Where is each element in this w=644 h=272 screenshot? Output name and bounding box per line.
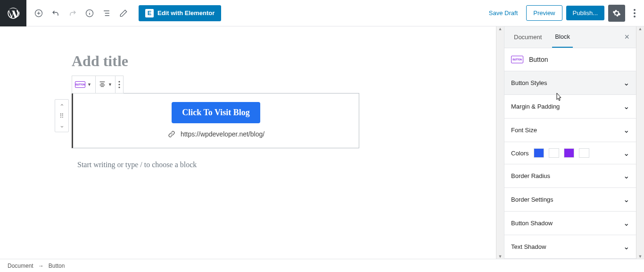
drag-handle[interactable]: ⠿ (59, 111, 64, 120)
publish-button[interactable]: Publish... (566, 6, 604, 20)
chevron-down-icon: ⌄ (623, 242, 629, 251)
outline-icon (102, 8, 111, 18)
align-button[interactable]: ▼ (96, 76, 116, 93)
elementor-icon: E (145, 9, 154, 17)
tab-document[interactable]: Document (511, 26, 545, 48)
redo-button[interactable] (64, 5, 81, 22)
panel-label: Border Settings (511, 196, 553, 203)
panel-text-shadow[interactable]: Text Shadow⌄ (504, 235, 636, 259)
button-block-icon: BUTTON (75, 81, 85, 88)
svg-point-7 (118, 86, 120, 88)
kebab-icon (634, 9, 636, 17)
block-options-button[interactable] (116, 76, 123, 93)
button-link-row: https://wpdeveloper.net/blog/ (78, 130, 354, 138)
panel-label: Border Radius (511, 172, 550, 179)
panel-label: Button Shadow (511, 220, 553, 227)
chevron-down-icon: ⌄ (623, 78, 629, 87)
tab-block[interactable]: Block (552, 26, 573, 48)
color-swatch-text[interactable] (534, 148, 544, 158)
panel-margin-padding[interactable]: Margin & Padding⌄ (504, 95, 636, 119)
button-block-icon: BUTTON (511, 56, 523, 63)
block-name-label: Button (529, 56, 548, 63)
breadcrumb-block[interactable]: Button (49, 263, 65, 269)
chevron-down-icon: ⌄ (623, 102, 629, 111)
edit-mode-button[interactable] (115, 5, 132, 22)
add-block-button[interactable] (30, 5, 47, 22)
chevron-down-icon: ⌄ (623, 149, 629, 158)
preview-button[interactable]: Preview (526, 5, 562, 21)
chevron-down-icon: ▼ (108, 82, 112, 87)
panel-font-size[interactable]: Font Size⌄ (504, 119, 636, 142)
panel-label: Text Shadow (511, 243, 546, 250)
svg-point-3 (634, 12, 636, 14)
more-menu-button[interactable] (629, 5, 640, 22)
svg-point-4 (634, 16, 636, 17)
toolbar-right: Save Draft Preview Publish... (484, 5, 640, 22)
redo-icon (68, 8, 77, 18)
chevron-down-icon: ⌄ (623, 219, 629, 228)
top-toolbar: E Edit with Elementor Save Draft Preview… (0, 0, 644, 26)
breadcrumb-document[interactable]: Document (8, 263, 33, 269)
default-block-appender[interactable]: Start writing or type / to choose a bloc… (77, 161, 446, 169)
undo-button[interactable] (47, 5, 64, 22)
editor-scrollbar[interactable]: ▲▼ (496, 26, 504, 259)
cursor-icon (554, 93, 562, 102)
wordpress-logo[interactable] (0, 0, 26, 26)
panel-label: Button Styles (511, 79, 547, 86)
move-down-button[interactable]: ⌄ (59, 120, 65, 130)
color-swatch-accent-bg[interactable] (579, 148, 589, 158)
color-swatch-accent[interactable] (564, 148, 574, 158)
panel-border-radius[interactable]: Border Radius⌄ (504, 164, 636, 188)
block-info: BUTTON Button (504, 48, 636, 71)
arrow-right-icon: → (38, 263, 44, 269)
chevron-down-icon: ⌄ (623, 126, 629, 135)
post-title-input[interactable]: Add title (72, 52, 364, 70)
panel-label: Font Size (511, 127, 537, 134)
plus-circle-icon (34, 8, 43, 18)
button-text-input[interactable]: Click To Visit Blog (172, 102, 260, 123)
panel-label: Colors (511, 150, 529, 157)
chevron-down-icon: ⌄ (623, 171, 629, 180)
editor-content: Add title ⌃ ⠿ ⌄ BUTTON ▼ ▼ (50, 26, 446, 169)
block-mover: ⌃ ⠿ ⌄ (55, 99, 69, 132)
panel-colors[interactable]: Colors ⌄ (504, 142, 636, 164)
outline-button[interactable] (98, 5, 115, 22)
sidebar-tabs: Document Block × (504, 26, 636, 48)
panel-button-shadow[interactable]: Button Shadow⌄ (504, 212, 636, 235)
block-type-button[interactable]: BUTTON ▼ (72, 76, 96, 93)
info-button[interactable] (81, 5, 98, 22)
chevron-down-icon: ⌄ (623, 195, 629, 204)
settings-button[interactable] (608, 5, 625, 22)
save-draft-button[interactable]: Save Draft (484, 6, 522, 20)
panel-button-styles[interactable]: Button Styles⌄ (504, 71, 636, 95)
gear-icon (612, 9, 621, 17)
chevron-down-icon: ▼ (87, 82, 91, 87)
editor-canvas[interactable]: Add title ⌃ ⠿ ⌄ BUTTON ▼ ▼ (0, 26, 496, 259)
sidebar-scrollbar[interactable]: ▲▼ (636, 26, 644, 259)
settings-sidebar: Document Block × BUTTON Button Button St… (504, 26, 636, 259)
elementor-label: Edit with Elementor (157, 9, 215, 17)
panel-label: Margin & Padding (511, 103, 560, 110)
button-link-input[interactable]: https://wpdeveloper.net/blog/ (181, 130, 264, 138)
pencil-icon (119, 8, 128, 18)
undo-icon (51, 8, 60, 18)
move-up-button[interactable]: ⌃ (59, 102, 65, 111)
align-center-icon (99, 80, 106, 89)
svg-point-2 (634, 9, 636, 11)
button-block-wrapper: ⌃ ⠿ ⌄ BUTTON ▼ ▼ (72, 76, 446, 148)
svg-point-5 (118, 81, 120, 82)
link-icon (167, 130, 176, 138)
info-icon (85, 8, 94, 18)
panel-border-settings[interactable]: Border Settings⌄ (504, 188, 636, 212)
button-block[interactable]: Click To Visit Blog https://wpdeveloper.… (72, 93, 359, 148)
block-toolbar: BUTTON ▼ ▼ (72, 76, 124, 94)
close-sidebar-button[interactable]: × (624, 32, 629, 42)
svg-point-6 (118, 84, 120, 85)
color-swatch-text-bg[interactable] (549, 148, 559, 158)
main-area: Add title ⌃ ⠿ ⌄ BUTTON ▼ ▼ (0, 26, 644, 259)
kebab-icon (118, 81, 120, 88)
breadcrumb: Document → Button (0, 259, 644, 272)
wordpress-icon (7, 7, 20, 20)
edit-with-elementor-button[interactable]: E Edit with Elementor (139, 5, 221, 21)
